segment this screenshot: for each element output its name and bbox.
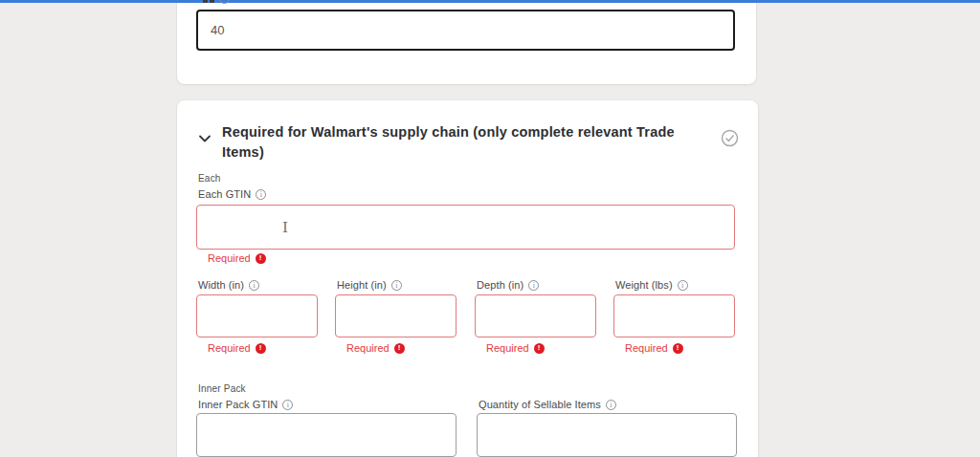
weight-input[interactable] [613, 294, 735, 337]
depth-label: Depth (in) i [477, 279, 539, 291]
label-text: Quantity of Sellable Items [479, 399, 601, 410]
required-label: Required [625, 342, 668, 354]
error-icon: ! [256, 343, 266, 354]
info-icon[interactable]: i [678, 280, 688, 291]
width-label: Width (in) i [198, 279, 259, 291]
label-text: Inner Pack GTIN [198, 399, 278, 410]
page: Required for Walmart's supply chain (onl… [0, 0, 980, 457]
group-label-each: Each [198, 173, 221, 184]
error-icon: ! [256, 253, 266, 264]
top-card [177, 0, 756, 84]
validation-message: Required ! [486, 342, 545, 354]
info-icon[interactable]: i [256, 189, 266, 200]
height-label: Height (in) i [337, 279, 402, 291]
error-icon: ! [673, 343, 683, 354]
inner-pack-gtin-label: Inner Pack GTIN i [198, 399, 293, 410]
info-icon[interactable]: i [391, 280, 402, 291]
truncated-field-label [203, 0, 230, 5]
group-label-inner-pack: Inner Pack [198, 383, 246, 394]
top-card-input[interactable] [196, 10, 735, 51]
inner-pack-gtin-input[interactable] [196, 413, 457, 457]
supply-chain-card: Required for Walmart's supply chain (onl… [177, 100, 758, 457]
validation-message: Required ! [625, 342, 683, 354]
label-text: Depth (in) [477, 279, 523, 291]
label-text: Height (in) [337, 279, 387, 291]
truncated-text [210, 0, 214, 3]
info-icon[interactable]: i [282, 400, 293, 410]
info-icon[interactable]: i [606, 400, 616, 410]
required-label: Required [486, 342, 529, 354]
required-label: Required [208, 252, 251, 264]
info-icon[interactable]: i [528, 280, 539, 291]
depth-input[interactable] [475, 294, 596, 337]
quantity-sellable-items-label: Quantity of Sellable Items i [479, 399, 616, 410]
check-circle-icon [721, 129, 739, 147]
info-icon [219, 0, 230, 4]
label-text: Weight (lbs) [615, 279, 673, 291]
required-label: Required [208, 342, 251, 354]
section-title: Required for Walmart's supply chain (onl… [222, 122, 708, 162]
error-icon: ! [534, 343, 545, 354]
error-icon: ! [394, 343, 405, 354]
truncated-text [203, 0, 208, 3]
each-gtin-label: Each GTIN i [198, 188, 266, 200]
label-text: Width (in) [198, 279, 244, 291]
height-input[interactable] [335, 294, 457, 337]
quantity-sellable-items-input[interactable] [477, 413, 737, 457]
validation-message: Required ! [208, 252, 266, 264]
width-input[interactable] [196, 294, 318, 337]
validation-message: Required ! [346, 342, 405, 354]
progress-bar [0, 0, 980, 3]
required-label: Required [346, 342, 390, 354]
weight-label: Weight (lbs) i [615, 279, 688, 291]
chevron-down-icon[interactable] [197, 131, 212, 146]
each-gtin-input[interactable] [196, 205, 735, 250]
info-icon[interactable]: i [249, 280, 259, 291]
label-text: Each GTIN [198, 188, 251, 200]
validation-message: Required ! [208, 342, 266, 354]
